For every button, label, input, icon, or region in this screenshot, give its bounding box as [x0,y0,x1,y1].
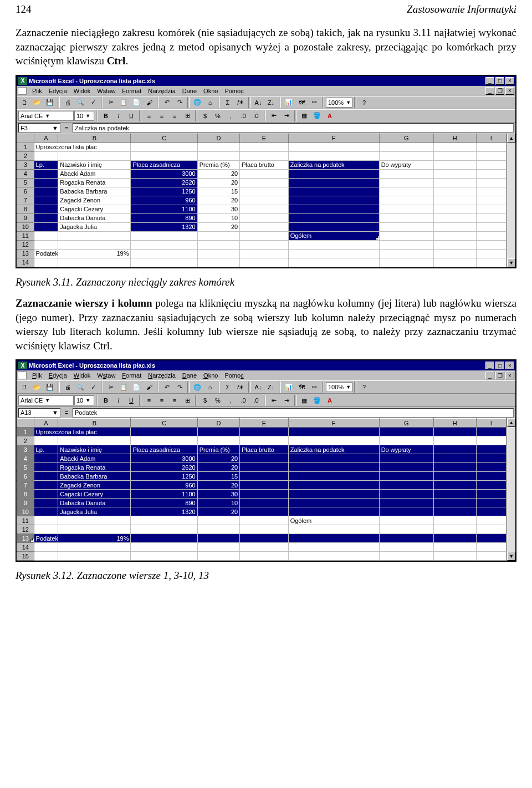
hyperlink-icon[interactable]: 🌐 [191,97,203,108]
close-button[interactable]: × [505,362,514,369]
chart-icon[interactable]: 📊 [283,382,295,393]
sort-desc-icon[interactable]: Z↓ [265,97,277,108]
menu-widok[interactable]: Widok [70,87,94,95]
sort-desc-icon[interactable]: Z↓ [265,382,277,393]
menu-plik[interactable]: Plik [29,87,45,95]
font-size-combo[interactable]: 10▼ [74,395,94,405]
paste-icon[interactable]: 📄 [130,97,142,108]
print-icon[interactable]: 🖨 [62,97,74,108]
sort-asc-icon[interactable]: A↓ [252,97,264,108]
column-headers[interactable]: ABCDEFGHI [17,134,507,143]
decrease-indent-icon[interactable]: ⇤ [268,395,280,406]
increase-indent-icon[interactable]: ⇥ [280,110,293,121]
help-icon[interactable]: ? [358,97,370,108]
hyperlink-icon[interactable]: 🌐 [191,382,203,393]
spreadsheet-grid[interactable]: ABCDEFGHI 1Uproszczona lista płac 2 3Lp.… [17,418,507,561]
borders-icon[interactable]: ▦ [298,395,310,406]
align-center-icon[interactable]: ≡ [156,110,168,121]
underline-icon[interactable]: U [125,395,137,406]
italic-icon[interactable]: I [112,395,125,406]
paste-icon[interactable]: 📄 [130,382,142,393]
zoom-combo[interactable]: 100%▼ [326,382,352,392]
font-name-combo[interactable]: Arial CE▼ [18,111,74,121]
align-right-icon[interactable]: ≡ [168,395,181,406]
copy-icon[interactable]: 📋 [117,382,130,393]
bold-icon[interactable]: B [100,395,112,406]
new-icon[interactable]: 🗋 [18,382,30,393]
formula-input[interactable]: Zaliczka na podatek [73,123,514,133]
align-center-icon[interactable]: ≡ [156,395,168,406]
decrease-indent-icon[interactable]: ⇤ [268,110,280,121]
open-icon[interactable]: 📂 [31,97,43,108]
doc-restore-button[interactable]: ❐ [495,87,504,95]
align-left-icon[interactable]: ≡ [143,110,155,121]
decrease-decimal-icon[interactable]: .0 [250,110,262,121]
menu-wstaw[interactable]: Wstaw [94,87,119,95]
save-icon[interactable]: 💾 [44,382,56,393]
minimize-button[interactable]: _ [485,77,494,85]
increase-decimal-icon[interactable]: .0 [237,395,249,406]
italic-icon[interactable]: I [112,110,125,121]
underline-icon[interactable]: U [125,110,137,121]
increase-decimal-icon[interactable]: .0 [237,110,249,121]
menu-okno[interactable]: Okno [200,372,221,379]
currency-icon[interactable]: $ [199,110,211,121]
map-icon[interactable]: 🗺 [295,97,308,108]
doc-close-button[interactable]: × [505,87,514,95]
menu-format[interactable]: Format [119,87,145,95]
cut-icon[interactable]: ✂ [105,97,117,108]
undo-icon[interactable]: ↶ [161,97,173,108]
scroll-up-icon[interactable]: ▲ [507,418,515,427]
vertical-scrollbar[interactable]: ▲ ▼ [507,134,515,267]
drawing-icon[interactable]: ✏ [308,97,320,108]
menu-widok[interactable]: Widok [70,372,94,379]
open-icon[interactable]: 📂 [31,382,43,393]
map-icon[interactable]: 🗺 [295,382,308,393]
sort-asc-icon[interactable]: A↓ [252,382,264,393]
decrease-decimal-icon[interactable]: .0 [250,395,262,406]
font-size-combo[interactable]: 10▼ [74,111,94,121]
percent-icon[interactable]: % [212,395,224,406]
menu-edycja[interactable]: Edycja [45,87,70,95]
name-box[interactable]: F3▼ [18,123,60,133]
minimize-button[interactable]: _ [485,362,494,369]
fill-color-icon[interactable]: 🪣 [311,110,323,121]
chart-icon[interactable]: 📊 [283,97,295,108]
copy-icon[interactable]: 📋 [117,97,130,108]
web-toolbar-icon[interactable]: ⌂ [204,382,216,393]
help-icon[interactable]: ? [358,382,370,393]
menu-narzedzia[interactable]: Narzędzia [145,372,179,379]
increase-indent-icon[interactable]: ⇥ [280,395,293,406]
format-painter-icon[interactable]: 🖌 [143,97,155,108]
font-color-icon[interactable]: A [324,395,336,406]
function-icon[interactable]: f∗ [234,382,247,393]
doc-close-button[interactable]: × [505,372,514,379]
comma-icon[interactable]: , [224,110,237,121]
undo-icon[interactable]: ↶ [161,382,173,393]
web-toolbar-icon[interactable]: ⌂ [204,97,216,108]
cut-icon[interactable]: ✂ [105,382,117,393]
font-name-combo[interactable]: Arial CE▼ [18,395,74,405]
comma-icon[interactable]: , [224,395,237,406]
menu-pomoc[interactable]: Pomoc [221,87,247,95]
scroll-up-icon[interactable]: ▲ [507,134,515,143]
menu-wstaw[interactable]: Wstaw [94,372,119,379]
menu-pomoc[interactable]: Pomoc [221,372,247,379]
doc-minimize-button[interactable]: _ [485,87,494,95]
zoom-combo[interactable]: 100%▼ [326,98,352,108]
bold-icon[interactable]: B [100,110,112,121]
percent-icon[interactable]: % [212,110,224,121]
scroll-down-icon[interactable]: ▼ [507,552,515,561]
align-left-icon[interactable]: ≡ [143,395,155,406]
preview-icon[interactable]: 🔍 [74,97,86,108]
font-color-icon[interactable]: A [324,110,336,121]
menu-edycja[interactable]: Edycja [45,372,70,379]
preview-icon[interactable]: 🔍 [74,382,86,393]
close-button[interactable]: × [505,77,514,85]
column-headers[interactable]: ABCDEFGHI [17,419,507,428]
fill-color-icon[interactable]: 🪣 [311,395,323,406]
name-box[interactable]: A13▼ [18,408,60,418]
print-icon[interactable]: 🖨 [62,382,74,393]
currency-icon[interactable]: $ [199,395,211,406]
spellcheck-icon[interactable]: ✓ [87,382,99,393]
